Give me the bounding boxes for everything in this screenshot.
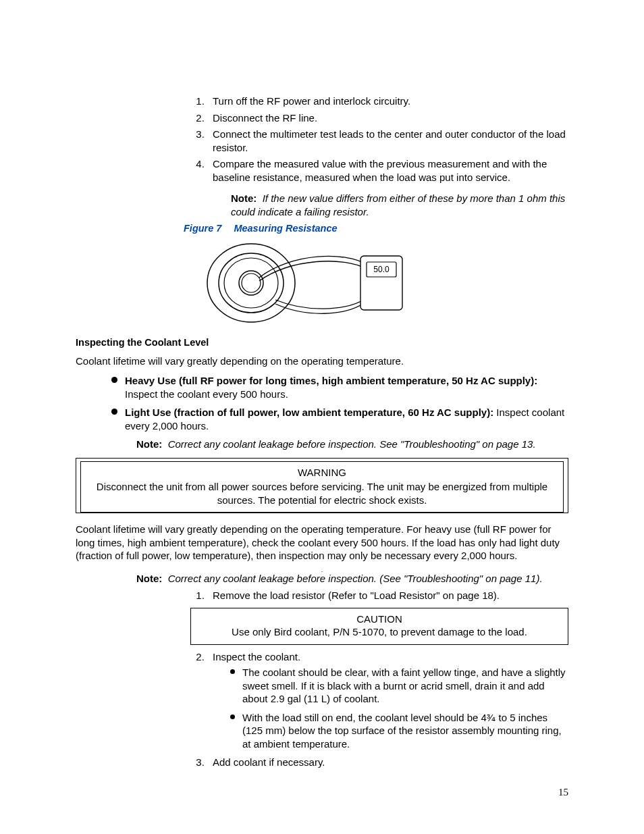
svg-point-1 xyxy=(219,253,284,313)
step-b1: Remove the load resistor (Refer to "Load… xyxy=(207,589,568,602)
page-number: 15 xyxy=(558,786,568,800)
heavy-use-rest: Inspect the coolant every 500 hours. xyxy=(125,388,288,400)
light-use-item: Light Use (fraction of full power, low a… xyxy=(113,406,568,432)
coolant-lifetime-para-1: Coolant lifetime will vary greatly depen… xyxy=(76,355,568,368)
step-b2-text: Inspect the coolant. xyxy=(213,651,300,662)
caution-title: CAUTION xyxy=(198,613,561,626)
heavy-use-bold: Heavy Use (full RF power for long times,… xyxy=(125,375,537,386)
step-b2: Inspect the coolant. The coolant should … xyxy=(207,650,568,751)
procedure-list-b-cont: Inspect the coolant. The coolant should … xyxy=(76,650,568,769)
caution-box: CAUTION Use only Bird coolant, P/N 5-107… xyxy=(190,608,568,645)
step-a2: Disconnect the RF line. xyxy=(207,111,568,125)
step-b3: Add coolant if necessary. xyxy=(207,756,568,769)
note-3-text: Correct any coolant leakage before inspe… xyxy=(168,573,543,584)
step-a1: Turn off the RF power and interlock circ… xyxy=(207,95,568,108)
note-1: Note: If the new value differs from eith… xyxy=(231,192,568,218)
light-use-bold: Light Use (fraction of full power, low a… xyxy=(125,407,493,418)
svg-point-4 xyxy=(242,273,261,292)
meter-reading: 50.0 xyxy=(373,265,390,274)
svg-point-0 xyxy=(207,244,295,322)
caution-text: Use only Bird coolant, P/N 5-1070, to pr… xyxy=(198,625,561,639)
warning-text: Disconnect the unit from all power sourc… xyxy=(88,480,556,506)
note-2-label: Note: xyxy=(136,438,162,450)
svg-point-3 xyxy=(239,271,263,295)
note-1-label: Note: xyxy=(231,192,257,204)
warning-title: WARNING xyxy=(88,466,556,479)
note-3-label: Note: xyxy=(136,573,162,584)
step-b2-bullet-1: The coolant should be clear, with a fain… xyxy=(232,666,568,706)
coolant-lifetime-para-2: Coolant lifetime will vary greatly depen… xyxy=(76,523,568,563)
step-a4: Compare the measured value with the prev… xyxy=(207,157,568,184)
step-b2-sublist: The coolant should be clear, with a fain… xyxy=(213,666,568,750)
heavy-use-item: Heavy Use (full RF power for long times,… xyxy=(113,374,568,400)
figure-7-caption: Figure 7Measuring Resistance xyxy=(184,222,568,235)
figure-7-illustration: 50.0 xyxy=(204,239,568,327)
step-b2-bullet-2: With the load still on end, the coolant … xyxy=(232,711,568,751)
figure-label: Figure 7 xyxy=(184,223,221,234)
procedure-list-a: Turn off the RF power and interlock circ… xyxy=(76,95,568,184)
subhead-inspecting-coolant: Inspecting the Coolant Level xyxy=(76,336,568,349)
figure-title: Measuring Resistance xyxy=(234,223,337,234)
step-a3: Connect the multimeter test leads to the… xyxy=(207,128,568,154)
note-2: Note: Correct any coolant leakage before… xyxy=(136,438,568,451)
warning-box: WARNING Disconnect the unit from all pow… xyxy=(76,458,568,514)
note-1-text: If the new value differs from either of … xyxy=(231,192,565,217)
warning-inner: WARNING Disconnect the unit from all pow… xyxy=(80,461,564,513)
measuring-resistance-diagram: 50.0 xyxy=(204,239,406,327)
note-2-text: Correct any coolant leakage before inspe… xyxy=(168,438,536,450)
svg-point-2 xyxy=(224,258,278,308)
procedure-list-b: Remove the load resistor (Refer to "Load… xyxy=(76,589,568,602)
note-3: Note: Correct any coolant leakage before… xyxy=(136,572,568,585)
use-list: Heavy Use (full RF power for long times,… xyxy=(76,374,568,432)
